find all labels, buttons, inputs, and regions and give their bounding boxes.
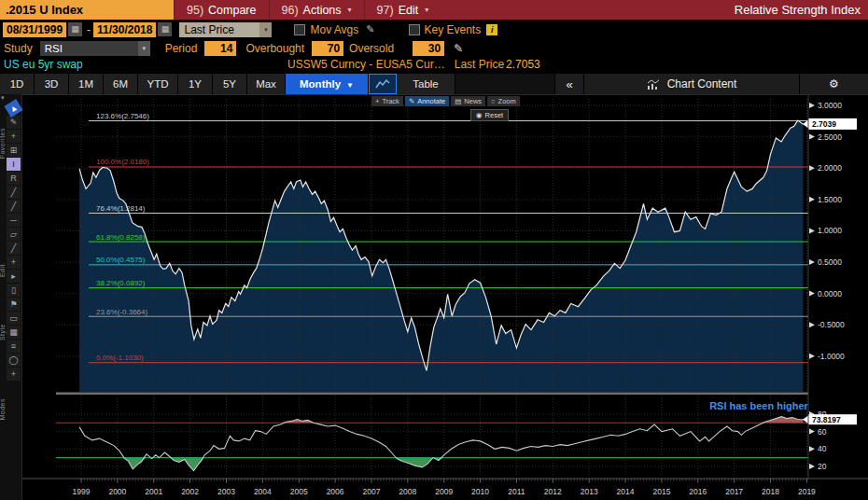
toolbar-spacer [455, 74, 554, 94]
price-field-value: Last Price [179, 22, 259, 37]
tool-horizontal-line-icon[interactable]: ─ [7, 214, 21, 227]
axis-tick-icon [809, 446, 815, 451]
sidebar-caret-icon[interactable]: ▾ [1, 94, 5, 102]
tool-regression-icon[interactable]: R [7, 172, 21, 185]
tool-cursor-icon[interactable]: ▲ [4, 99, 22, 118]
caret-down-icon: ▾ [425, 6, 428, 14]
caret-down-icon: ▾ [348, 6, 352, 14]
date-to-input[interactable]: 11/30/2018 [93, 22, 156, 37]
calendar-icon[interactable]: ▦ [158, 22, 172, 36]
menu-compare-label: Compare [208, 4, 256, 17]
fib-label: 61.8%(0.8258) [96, 233, 146, 242]
price-chart-svg[interactable]: 3.00002.50002.00001.50001.00000.50000.00… [0, 94, 868, 500]
tool-move-icon[interactable]: + [7, 256, 21, 269]
range-max-button[interactable]: Max [247, 74, 286, 94]
sidebar-section-style: Style [0, 324, 6, 340]
rsi-ytick-label: 60 [818, 427, 827, 437]
date-range-row: 08/31/1999 ▦ - 11/30/2018 ▦ Last Price ▾… [0, 20, 868, 39]
main-ytick-label: -0.5000 [818, 320, 845, 329]
fib-label: 100.0%(2.0180) [96, 158, 149, 166]
tool-ellipse-icon[interactable]: ◯ [7, 354, 21, 367]
settings-gear-icon[interactable]: ⚙ [799, 74, 868, 94]
tool-bar-style-icon[interactable]: ▦ [7, 326, 21, 339]
chart-mini-toolbar: + Track ✎ Annotate ▤ News ○ Zoom [371, 96, 520, 106]
tool-arrow-line-icon[interactable]: ╱ [7, 242, 21, 255]
xaxis-year-label: 2012 [544, 487, 562, 496]
range-6m-button[interactable]: 6M [104, 74, 138, 94]
overbought-input[interactable]: 70 [312, 41, 343, 56]
main-ytick-label: 3.0000 [818, 101, 842, 110]
panel-divider-handle[interactable] [56, 393, 808, 396]
main-ytick-label: 2.0000 [818, 163, 842, 173]
rsi-ytick-label: 40 [818, 444, 827, 453]
xaxis-year-label: 2006 [327, 487, 344, 496]
study-label: Study [4, 42, 33, 55]
main-ytick-label: 1.5000 [818, 195, 842, 204]
pencil-icon[interactable]: ✎ [454, 42, 463, 55]
chart-toolbar: 1D 3D 1M 6M YTD 1Y 5Y Max Monthly▼ Table… [0, 74, 868, 94]
tool-crosshair-icon[interactable]: + [7, 130, 21, 143]
xaxis-year-label: 2019 [798, 487, 816, 496]
range-1y-button[interactable]: 1Y [178, 74, 213, 94]
axis-tick-icon [809, 134, 815, 140]
menu-actions[interactable]: 96) Actions ▾ [269, 0, 364, 20]
oversold-input[interactable]: 30 [413, 41, 444, 56]
xaxis-year-label: 2003 [217, 487, 235, 496]
track-button[interactable]: + Track [371, 96, 403, 106]
rsi-annotation-text[interactable]: RSI has been higher [709, 400, 808, 411]
news-button[interactable]: ▤ News [451, 96, 485, 106]
xaxis-year-label: 2007 [362, 487, 380, 496]
table-button[interactable]: Table [397, 74, 455, 94]
date-from-input[interactable]: 08/31/1999 [3, 22, 66, 37]
tool-text-icon[interactable]: I [7, 158, 21, 171]
tool-draw-pencil-icon[interactable]: ✎ [7, 116, 21, 129]
xaxis-year-label: 2011 [508, 487, 525, 496]
chart-area[interactable]: 3.00002.50002.00001.50001.00000.50000.00… [0, 94, 868, 500]
pencil-icon[interactable]: ✎ [366, 23, 374, 35]
tool-ray-icon[interactable]: ╱ [7, 200, 21, 213]
tool-flag-icon[interactable]: ⚑ [7, 298, 21, 311]
menu-edit[interactable]: 97) Edit ▾ [364, 0, 441, 20]
news-label: News [464, 97, 482, 105]
tool-channel-icon[interactable]: ▱ [7, 228, 21, 241]
zoom-button[interactable]: ○ Zoom [487, 96, 520, 106]
chart-type-button[interactable] [369, 74, 397, 94]
range-1m-button[interactable]: 1M [69, 74, 104, 94]
range-ytd-button[interactable]: YTD [138, 74, 178, 94]
calendar-icon[interactable]: ▦ [68, 22, 82, 36]
collapse-panel-button[interactable]: « [554, 74, 583, 94]
xaxis-year-label: 2017 [725, 487, 743, 496]
mov-avgs-label: Mov Avgs [310, 23, 358, 36]
security-ticker-field[interactable]: .2015 U Index [0, 0, 174, 20]
price-field-dropdown[interactable]: Last Price ▾ [179, 22, 272, 37]
annotate-button[interactable]: ✎ Annotate [405, 96, 449, 106]
fib-label: 123.6%(2.7546) [96, 112, 149, 120]
tool-chart-grid-icon[interactable]: ⊞ [7, 144, 21, 157]
info-icon[interactable]: i [486, 24, 497, 35]
tool-pointer-icon[interactable]: ▸ [7, 270, 21, 283]
tool-trendline-icon[interactable]: ╱ [7, 186, 21, 199]
range-3d-button[interactable]: 3D [35, 74, 69, 94]
rsi-ytick-label: 20 [818, 462, 827, 471]
study-dropdown[interactable]: RSI ▾ [40, 41, 150, 56]
mov-avgs-checkbox[interactable] [294, 24, 305, 35]
range-5y-button[interactable]: 5Y [213, 74, 247, 94]
reset-button[interactable]: ◉ Reset [470, 109, 509, 121]
xaxis-year-label: 2004 [254, 487, 272, 496]
caret-down-icon: ▾ [138, 41, 150, 56]
range-1d-button[interactable]: 1D [0, 74, 35, 94]
frequency-dropdown[interactable]: Monthly▼ [286, 74, 369, 94]
fib-label: 50.0%(0.4575) [96, 256, 146, 264]
track-icon: + [375, 97, 379, 105]
key-events-checkbox[interactable] [409, 24, 420, 35]
chart-content-button[interactable]: Chart Content [583, 74, 799, 94]
axis-tick-icon [809, 429, 815, 435]
overbought-label: Overbought [245, 42, 304, 55]
chart-content-label: Chart Content [667, 77, 737, 90]
tool-add-icon[interactable]: + [7, 368, 21, 381]
tool-line-style-icon[interactable]: ≡ [7, 340, 21, 353]
menu-compare[interactable]: 95) Compare [174, 0, 269, 20]
tool-rectangle-icon[interactable]: ▭ [7, 312, 21, 325]
period-input[interactable]: 14 [204, 41, 236, 56]
tool-eraser-icon[interactable]: ▯ [7, 284, 21, 297]
